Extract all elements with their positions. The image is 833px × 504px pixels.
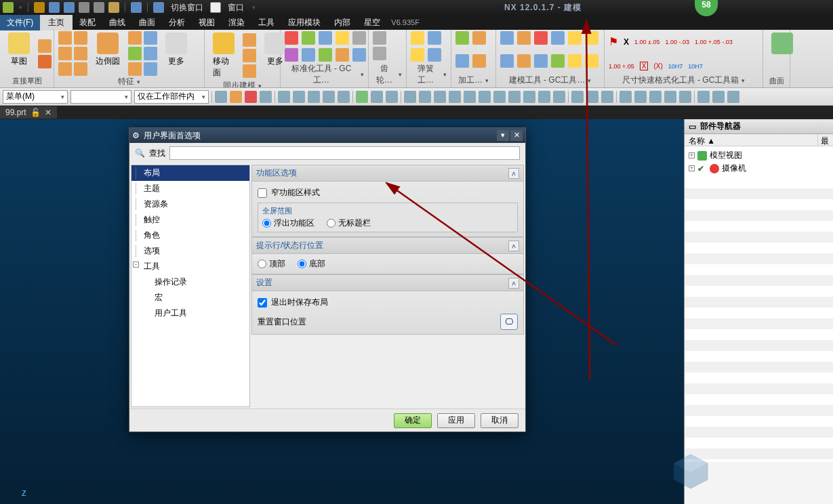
- sync-icon[interactable]: [243, 49, 256, 62]
- dialog-title-bar[interactable]: ⚙ 用户界面首选项 ▾ ✕: [129, 128, 525, 143]
- menu-combo[interactable]: 菜单(M)▾: [3, 90, 68, 104]
- model-tool-icon[interactable]: [585, 31, 598, 45]
- feature-icon[interactable]: [144, 62, 157, 76]
- dim-tol-4[interactable]: 1.00 +.05: [609, 63, 634, 70]
- paste-icon[interactable]: [108, 2, 119, 13]
- top-radio[interactable]: [258, 259, 266, 268]
- feature-icon[interactable]: [74, 47, 87, 60]
- view-icon[interactable]: [586, 91, 598, 103]
- sync-icon[interactable]: [243, 64, 256, 78]
- sel-icon[interactable]: [230, 91, 242, 103]
- feature-icon[interactable]: [74, 31, 87, 45]
- std-tool-icon[interactable]: [319, 31, 332, 45]
- dim-x-label[interactable]: X: [624, 37, 629, 47]
- collapse-icon[interactable]: ʌ: [508, 278, 519, 289]
- std-tool-icon[interactable]: [336, 48, 349, 62]
- snap-icon[interactable]: [479, 91, 491, 103]
- feature-icon[interactable]: [58, 47, 72, 60]
- collapse-icon[interactable]: ʌ: [508, 240, 519, 251]
- float-ribbon-radio-label[interactable]: 浮出功能区: [262, 217, 314, 229]
- touch-icon[interactable]: [131, 2, 142, 13]
- switch-window-label[interactable]: 切换窗口: [171, 2, 203, 14]
- model-tool-icon[interactable]: [517, 54, 531, 68]
- feature-icon[interactable]: [128, 62, 142, 76]
- collapse-icon[interactable]: ʌ: [508, 168, 519, 179]
- dim-fit-2[interactable]: 10H7: [688, 63, 703, 70]
- tree-node-cameras[interactable]: + ✔ 摄像机: [689, 162, 829, 175]
- sel-icon[interactable]: [338, 91, 350, 103]
- mfg-icon[interactable]: [455, 31, 469, 45]
- sel-icon[interactable]: [386, 91, 398, 103]
- close-tab-icon[interactable]: ✕: [45, 108, 52, 117]
- snap-icon[interactable]: [523, 91, 535, 103]
- dialog-close-icon[interactable]: ✕: [510, 130, 523, 141]
- feature-icon[interactable]: [128, 31, 142, 45]
- std-tool-icon[interactable]: [336, 31, 349, 45]
- tab-view[interactable]: 视图: [192, 15, 222, 30]
- tab-analysis[interactable]: 分析: [162, 15, 192, 30]
- snap-icon[interactable]: [464, 91, 476, 103]
- sel-icon[interactable]: [356, 91, 368, 103]
- model-tool-icon[interactable]: [585, 54, 598, 68]
- apply-button[interactable]: 应用: [437, 413, 475, 428]
- std-tool-icon[interactable]: [352, 31, 366, 45]
- dim-paren-x-icon[interactable]: (X): [653, 62, 662, 70]
- model-tool-icon[interactable]: [500, 31, 514, 45]
- window-label[interactable]: 窗口: [228, 2, 244, 14]
- view-icon[interactable]: [601, 91, 613, 103]
- gear-tool-icon[interactable]: [373, 47, 386, 60]
- tab-sky[interactable]: 星空: [357, 15, 387, 30]
- nav-tools[interactable]: -工具: [131, 259, 249, 274]
- bottom-radio-label[interactable]: 底部: [298, 258, 325, 270]
- save-icon[interactable]: [34, 2, 45, 13]
- bottom-radio[interactable]: [298, 259, 306, 268]
- tab-render[interactable]: 渲染: [222, 15, 251, 30]
- reset-window-button[interactable]: 🖵: [500, 314, 518, 330]
- no-titlebar-radio[interactable]: [327, 219, 336, 228]
- more-button[interactable]: 更多: [161, 31, 191, 76]
- top-radio-label[interactable]: 顶部: [258, 258, 285, 270]
- snap-icon[interactable]: [538, 91, 550, 103]
- nav-resource[interactable]: 资源条: [131, 196, 249, 212]
- model-tool-icon[interactable]: [517, 31, 531, 45]
- model-tool-icon[interactable]: [568, 54, 582, 68]
- mfg-icon[interactable]: [455, 54, 469, 68]
- snap-icon[interactable]: [508, 91, 521, 103]
- no-titlebar-radio-label[interactable]: 无标题栏: [327, 217, 371, 229]
- ok-button[interactable]: 确定: [394, 413, 432, 428]
- gear-tool-icon[interactable]: [373, 31, 386, 45]
- sync-icon[interactable]: [243, 33, 256, 47]
- tree-node-model-views[interactable]: + 模型视图: [689, 149, 829, 162]
- sketch-button[interactable]: 草图: [4, 31, 34, 76]
- tab-home[interactable]: 主页: [40, 15, 73, 30]
- dim-box-x-icon[interactable]: X: [640, 62, 649, 70]
- std-tool-icon[interactable]: [285, 31, 298, 45]
- sel-icon[interactable]: [308, 91, 320, 103]
- nav-theme[interactable]: 主题: [131, 181, 249, 196]
- copy-icon[interactable]: [94, 2, 104, 13]
- std-tool-icon[interactable]: [302, 48, 315, 62]
- feature-icon[interactable]: [58, 62, 72, 76]
- snap-icon[interactable]: [434, 91, 446, 103]
- dim-tol-1[interactable]: 1.00 ±.05: [634, 39, 659, 45]
- move-face-button[interactable]: 移动面: [209, 31, 239, 80]
- nav-macro[interactable]: 宏: [131, 290, 249, 306]
- view-icon[interactable]: [634, 91, 647, 103]
- tab-assembly[interactable]: 装配: [73, 15, 102, 30]
- dialog-pin-icon[interactable]: ▾: [497, 130, 509, 141]
- redo-icon[interactable]: [64, 2, 75, 13]
- feature-icon[interactable]: [144, 31, 157, 45]
- search-input[interactable]: [169, 146, 520, 160]
- snap-icon[interactable]: [493, 91, 506, 103]
- sel-icon[interactable]: [371, 91, 383, 103]
- col-last[interactable]: 最: [818, 134, 833, 146]
- snap-icon[interactable]: [449, 91, 461, 103]
- chevron-down-icon[interactable]: ▾: [19, 4, 22, 11]
- nav-history[interactable]: 操作记录: [131, 274, 249, 290]
- tab-application[interactable]: 应用模块: [281, 15, 327, 30]
- snap-icon[interactable]: [419, 91, 431, 103]
- flag-icon[interactable]: ⚑: [609, 35, 618, 48]
- nav-usertools[interactable]: 用户工具: [131, 306, 249, 321]
- float-ribbon-radio[interactable]: [262, 219, 271, 228]
- sel-icon[interactable]: [215, 91, 227, 103]
